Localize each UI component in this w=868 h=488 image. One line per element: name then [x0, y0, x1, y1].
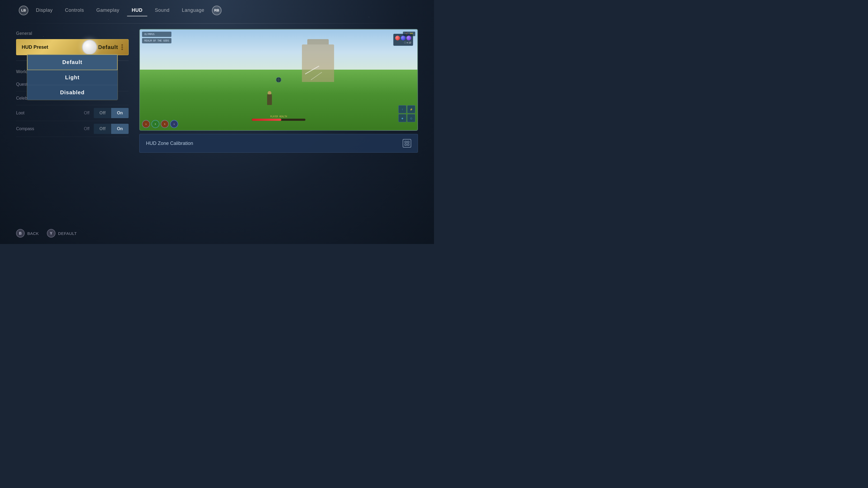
tab-hud[interactable]: HUD	[127, 5, 148, 15]
bottom-ability-row: 1 5 5 1	[142, 120, 178, 128]
bottom-bar: B BACK Y DEFAULT	[16, 229, 77, 237]
ability-icon-1: 1	[142, 120, 150, 128]
tab-controls[interactable]: Controls	[60, 5, 89, 15]
compass-toggle-off[interactable]: Off	[94, 124, 111, 134]
orb-blue	[401, 36, 406, 40]
ability-4: ◇	[407, 114, 415, 122]
ability-3: ◈	[398, 114, 406, 122]
compass-row: Compass Off Off On	[16, 121, 129, 137]
preview-ruins	[302, 44, 334, 82]
general-section-label: General	[16, 31, 129, 36]
tab-display[interactable]: Display	[31, 5, 58, 15]
left-panel: General HUD Preset Default Default Lig	[16, 29, 129, 137]
dropdown-item-disabled[interactable]: Disabled	[27, 85, 118, 100]
hud-preset-label: HUD Preset	[22, 44, 90, 50]
svg-rect-1	[407, 141, 409, 143]
back-label: BACK	[27, 231, 39, 236]
compass-toggle-on[interactable]: On	[111, 124, 129, 134]
ability-2: ⚡	[407, 105, 415, 113]
default-button[interactable]: Y DEFAULT	[47, 229, 77, 237]
char-body	[267, 94, 272, 105]
loot-toggle-off[interactable]: Off	[94, 108, 111, 118]
game-preview: OLYMPUS REALM OF THE GODS 🦅 26	[139, 29, 418, 131]
default-key-badge: Y	[47, 229, 56, 237]
arrow-dot-3	[121, 48, 123, 50]
health-fill	[252, 119, 281, 121]
ability-1: ↑	[398, 105, 406, 113]
hud-preset-dropdown: Default Light Disabled	[27, 54, 118, 100]
item-count: ⬡ x 12	[395, 41, 411, 44]
right-panel: OLYMPUS REALM OF THE GODS 🦅 26	[139, 29, 418, 153]
svg-rect-0	[405, 141, 406, 143]
tab-language[interactable]: Language	[177, 5, 209, 15]
default-label: DEFAULT	[58, 231, 77, 236]
tab-sound[interactable]: Sound	[150, 5, 175, 15]
hud-preset-circle-indicator	[82, 40, 97, 55]
back-button[interactable]: B BACK	[16, 229, 39, 237]
ability-icon-2: 5	[151, 120, 159, 128]
nav-tabs: LB Display Controls Gameplay HUD Sound L…	[16, 5, 418, 15]
hud-preset-arrows	[121, 44, 123, 50]
arrow-dot-2	[121, 46, 123, 48]
health-bar	[252, 119, 305, 121]
hud-zone-icon[interactable]	[403, 139, 411, 148]
compass-label: Compass	[16, 126, 84, 131]
orb-red	[395, 36, 400, 40]
lb-button[interactable]: LB	[19, 6, 28, 15]
loot-toggle[interactable]: Off On	[94, 108, 129, 118]
character-silhouette	[265, 89, 274, 105]
hud-zone-calibration-box[interactable]: HUD Zone Calibration	[139, 134, 418, 153]
orb-purple	[406, 36, 411, 40]
tab-gameplay[interactable]: Gameplay	[92, 5, 124, 15]
compass-toggle[interactable]: Off On	[94, 124, 129, 134]
loot-toggle-on[interactable]: On	[111, 108, 129, 118]
health-bar-area: PLAYER HEALTH	[252, 116, 305, 121]
preview-subtitle-text: REALM OF THE GODS	[142, 38, 172, 43]
preview-inventory: ⬡ x 12	[393, 34, 413, 46]
compass-current-value: Off	[84, 126, 90, 131]
hud-preset-value: Default	[98, 44, 118, 51]
right-hud: ↑ ⚡ ◈ ◇	[398, 105, 415, 122]
rb-button[interactable]: RB	[212, 6, 222, 15]
hud-preset-row[interactable]: HUD Preset Default Default Light Disable…	[16, 39, 129, 55]
tab-divider	[16, 23, 418, 24]
arrow-dot-1	[121, 44, 123, 46]
preview-title-text: OLYMPUS	[142, 32, 172, 37]
back-key-badge: B	[16, 229, 25, 237]
main-content: General HUD Preset Default Default Lig	[16, 29, 418, 153]
preview-top-bar: OLYMPUS REALM OF THE GODS 🦅 26	[142, 32, 415, 43]
hud-zone-text: HUD Zone Calibration	[146, 141, 193, 146]
ability-grid: ↑ ⚡ ◈ ◇	[398, 105, 415, 122]
dropdown-item-default[interactable]: Default	[27, 54, 118, 70]
compass-icon	[276, 77, 281, 83]
loot-row: Loot Off Off On	[16, 105, 129, 121]
svg-rect-2	[405, 144, 406, 145]
health-label: PLAYER HEALTH	[252, 116, 305, 118]
inv-orbs	[395, 36, 411, 40]
loot-current-value: Off	[84, 110, 90, 116]
dropdown-item-light[interactable]: Light	[27, 70, 118, 85]
svg-rect-3	[407, 144, 409, 145]
hud-preset-value-container: Default	[90, 44, 123, 51]
loot-label: Loot	[16, 110, 84, 116]
ability-icon-4: 1	[170, 120, 178, 128]
ability-icon-3: 5	[161, 120, 169, 128]
